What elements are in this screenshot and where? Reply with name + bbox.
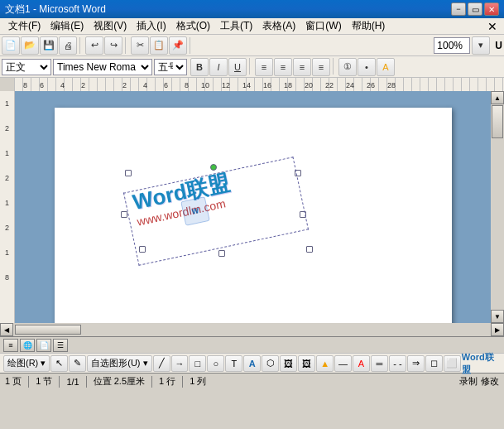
menu-view[interactable]: 视图(V) [89,17,132,35]
align-right[interactable]: ≡ [293,58,311,76]
menu-format[interactable]: 格式(O) [171,17,215,35]
bullets-button[interactable]: • [358,58,376,76]
shadow-button[interactable]: ◻ [425,355,443,372]
separator-3 [190,37,193,54]
underline-format-button[interactable]: U [228,58,247,76]
handle-bot-right[interactable] [306,246,313,253]
status-sep-4 [151,376,152,388]
clip-art-button[interactable]: 🖼 [280,355,297,372]
minimize-button[interactable]: － [451,2,466,16]
numbering-button[interactable]: ① [338,58,357,76]
status-page: 1 页 [5,375,22,388]
scroll-up-button[interactable]: ▲ [491,91,504,104]
h-scroll-track[interactable] [15,325,489,335]
fill-color-button[interactable]: ▲ [316,355,334,372]
redo-button[interactable]: ↪ [104,36,122,55]
menu-edit[interactable]: 编辑(E) [46,17,89,35]
scroll-thumb[interactable] [492,105,503,138]
highlight-button[interactable]: A [377,58,395,76]
style-select[interactable]: 正文 [2,59,51,75]
menu-insert[interactable]: 插入(I) [132,17,170,35]
font-select[interactable]: Times New Roma [53,59,152,75]
save-button[interactable]: 💾 [40,36,58,55]
wordart-logo-icon: W [180,196,210,226]
wordlm-logo: Word联盟 [462,351,501,376]
open-button[interactable]: 📂 [21,36,39,55]
bottom-scrollbar: ◀ ▶ [0,323,504,336]
status-sep-3 [86,376,87,388]
arrow-style-button[interactable]: ⇒ [407,355,425,372]
restore-button[interactable]: ▭ [468,2,482,16]
wordart-container[interactable]: Word联盟 www.wordlm.com W [121,157,319,257]
scroll-track[interactable] [491,104,504,207]
status-section: 1 节 [36,375,52,388]
menu-window[interactable]: 窗口(W) [300,17,346,35]
view-bar: ≡ 🌐 📄 ☰ [0,336,504,353]
h-scroll-thumb[interactable] [15,325,81,335]
justify[interactable]: ≡ [312,58,330,76]
status-line: 1 行 [159,375,175,388]
3d-button[interactable]: ⬜ [444,355,461,372]
wordart-button[interactable]: A [243,355,261,372]
oval-button[interactable]: ○ [207,355,224,372]
dash-style-button[interactable]: - - [389,355,406,372]
web-view-button[interactable]: 🌐 [20,339,35,352]
size-select[interactable]: 五号 [154,59,187,75]
scroll-down-button[interactable]: ▼ [491,310,504,323]
menu-table[interactable]: 表格(A) [257,17,300,35]
scroll-right-button[interactable]: ▶ [491,323,504,336]
handle-mid-left[interactable] [121,211,127,218]
textbox-button[interactable]: T [225,355,242,372]
autoshape-button[interactable]: 自选图形(U) ▾ [87,355,151,372]
handle-top-left[interactable] [125,170,132,176]
close-button[interactable]: ✕ [484,2,499,16]
menu-help[interactable]: 帮助(H) [347,17,391,35]
status-right: 录制 修改 [459,375,499,388]
select-arrow-button[interactable]: ↖ [50,355,68,372]
ruler-marks [15,78,504,91]
cut-button[interactable]: ✂ [131,36,149,55]
italic-button[interactable]: I [209,58,228,76]
draw-menu-button[interactable]: 绘图(R) ▾ [3,355,50,372]
zoom-input[interactable] [434,37,470,54]
paste-button[interactable]: 📌 [169,36,187,55]
menu-file[interactable]: 文件(F) [3,17,46,35]
scroll-left-button[interactable]: ◀ [0,323,13,336]
print-view-button[interactable]: 📄 [36,339,51,352]
separator-1 [79,37,83,54]
outline-view-button[interactable]: ☰ [53,339,68,352]
diagram-button[interactable]: ⬡ [262,355,279,372]
rectangle-button[interactable]: □ [189,355,206,372]
menu-bar: 文件(F) 编辑(E) 视图(V) 插入(I) 格式(O) 工具(T) 表格(A… [0,18,504,35]
menu-close-button[interactable]: ✕ [484,20,501,33]
align-center[interactable]: ≡ [274,58,292,76]
draw-cursor-button[interactable]: ✎ [69,355,86,372]
zoom-dropdown[interactable]: ▾ [472,36,490,55]
picture-button[interactable]: 🖼 [298,355,315,372]
title-bar: 文档1 - Microsoft Word － ▭ ✕ [0,0,504,18]
align-left[interactable]: ≡ [255,58,273,76]
undo-button[interactable]: ↩ [85,36,103,55]
line-button[interactable]: ╱ [153,355,170,372]
document-area[interactable]: Word联盟 www.wordlm.com W [15,91,491,323]
status-col: 1 列 [190,375,206,388]
main-area: 1 2 1 2 1 2 1 8 [0,91,504,323]
new-button[interactable]: 📄 [2,36,20,55]
handle-bot-center[interactable] [218,250,225,257]
line-style-button[interactable]: ═ [371,355,388,372]
menu-tools[interactable]: 工具(T) [215,17,257,35]
right-scrollbar: ▲ ▼ [491,91,504,323]
status-bar: 1 页 1 节 1/1 位置 2.5厘米 1 行 1 列 录制 修改 [0,373,504,389]
status-modify: 修改 [481,375,499,388]
normal-view-button[interactable]: ≡ [3,339,18,352]
arrow-button[interactable]: → [171,355,189,372]
font-color-button[interactable]: A [353,355,370,372]
horizontal-ruler: 8 6 4 2 2 4 6 8 10 12 14 16 18 20 22 24 … [15,78,504,91]
underline-button[interactable]: U [495,40,502,51]
status-position: 位置 2.5厘米 [94,375,145,388]
bold-button[interactable]: B [190,58,209,76]
status-sep-5 [182,376,183,388]
copy-button[interactable]: 📋 [150,36,168,55]
line-color-button[interactable]: — [334,355,352,372]
print-button[interactable]: 🖨 [59,36,77,55]
